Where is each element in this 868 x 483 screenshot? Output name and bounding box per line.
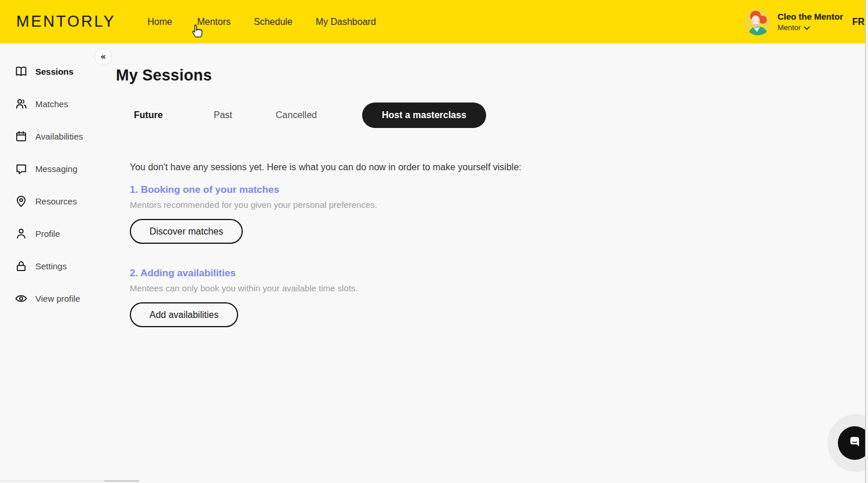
empty-state-intro: You don't have any sessions yet. Here is… (130, 162, 752, 173)
sidebar-item-label: Sessions (35, 67, 74, 76)
page-title: My Sessions (116, 67, 752, 85)
eye-icon (14, 291, 28, 305)
nav-my-dashboard[interactable]: My Dashboard (316, 17, 376, 27)
sidebar-item-label: Resources (35, 196, 77, 206)
sidebar-item-sessions[interactable]: Sessions (0, 55, 96, 87)
user-area: Cleo the Mentor Mentor FR (745, 9, 868, 35)
sidebar-collapse-button[interactable]: « (94, 48, 112, 65)
main-content: My Sessions Future Past Cancelled Host a… (115, 43, 752, 327)
tab-future[interactable]: Future (134, 110, 163, 120)
user-menu[interactable]: Cleo the Mentor Mentor (778, 12, 850, 32)
user-name: Cleo the Mentor (778, 12, 850, 21)
sidebar-item-matches[interactable]: Matches (0, 87, 96, 120)
sidebar-item-settings[interactable]: Settings (0, 250, 96, 282)
collapse-chevrons-icon: « (100, 53, 106, 61)
sidebar-item-messaging[interactable]: Messaging (0, 152, 96, 185)
discover-matches-button[interactable]: Discover matches (130, 219, 243, 244)
sidebar-item-label: Matches (35, 99, 68, 109)
user-role-label: Mentor (778, 23, 801, 32)
sidebar: Sessions Matches Availabilities Mes (0, 43, 96, 314)
logo[interactable]: MENTORLY (16, 13, 116, 31)
chat-launcher[interactable] (838, 426, 868, 460)
tab-past[interactable]: Past (214, 110, 232, 120)
nav-mentors[interactable]: Mentors (197, 17, 231, 27)
sidebar-item-view-profile[interactable]: View profile (0, 282, 96, 314)
user-icon (14, 226, 28, 240)
nav-home[interactable]: Home (148, 17, 173, 27)
avatar[interactable] (745, 9, 771, 35)
sidebar-item-profile[interactable]: Profile (0, 217, 96, 250)
sidebar-item-label: Settings (35, 261, 67, 271)
pin-icon (14, 194, 28, 208)
step-title: 1. Booking one of your matches (130, 184, 752, 196)
horizontal-scrollbar (0, 480, 139, 482)
top-nav-bar: MENTORLY Home Mentors Schedule My Dashbo… (0, 0, 868, 43)
sidebar-item-label: Messaging (35, 164, 78, 174)
step-description: Mentees can only book you within your av… (130, 283, 752, 293)
empty-state-step-availabilities: 2. Adding availabilities Mentees can onl… (130, 268, 752, 327)
chevron-down-icon (804, 23, 810, 32)
lock-icon (14, 259, 28, 273)
sessions-tabs: Future Past Cancelled Host a masterclass (134, 103, 752, 128)
horizontal-scrollbar-thumb[interactable] (104, 480, 139, 482)
vertical-scrollbar[interactable] (865, 0, 868, 483)
calendar-icon (14, 129, 28, 143)
sidebar-item-label: View profile (35, 294, 80, 303)
main-nav: Home Mentors Schedule My Dashboard (148, 17, 376, 27)
users-icon (14, 97, 28, 111)
nav-schedule[interactable]: Schedule (254, 17, 293, 27)
step-title: 2. Adding availabilities (130, 268, 752, 279)
add-availabilities-button[interactable]: Add availabilities (130, 302, 238, 327)
language-toggle[interactable]: FR (852, 17, 865, 27)
sidebar-item-availabilities[interactable]: Availabilities (0, 120, 96, 152)
book-icon (14, 64, 28, 78)
sidebar-item-resources[interactable]: Resources (0, 185, 96, 217)
chat-launcher-halo (827, 414, 868, 472)
chat-icon (14, 162, 28, 175)
host-masterclass-button[interactable]: Host a masterclass (362, 103, 486, 128)
tab-cancelled[interactable]: Cancelled (276, 110, 317, 120)
empty-state-step-booking: 1. Booking one of your matches Mentors r… (130, 184, 752, 244)
chat-bubble-icon (847, 434, 863, 452)
step-description: Mentors recommended for you given your p… (130, 200, 752, 210)
sidebar-item-label: Availabilities (35, 131, 83, 141)
sidebar-item-label: Profile (35, 229, 60, 239)
user-role-dropdown[interactable]: Mentor (778, 23, 850, 32)
